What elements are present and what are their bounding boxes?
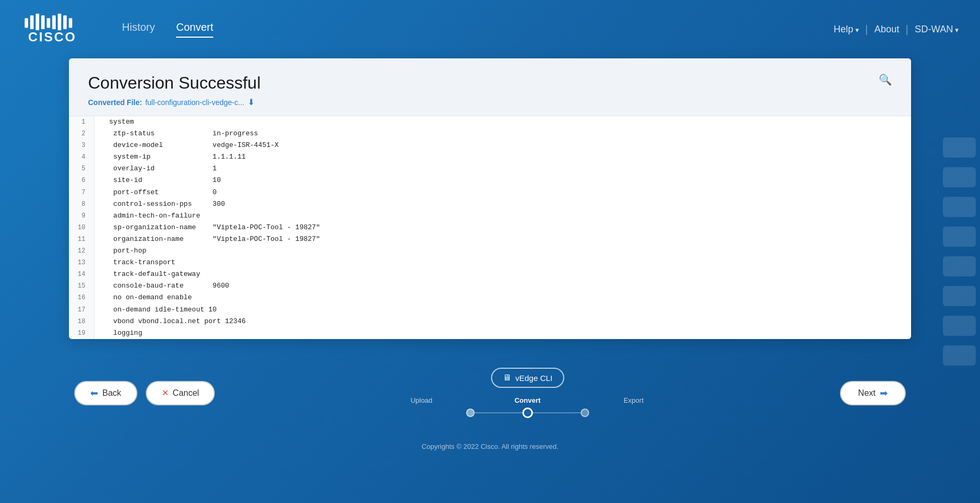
card-header: Conversion Successful Converted File: fu… [69, 58, 911, 116]
line-number: 17 [69, 304, 94, 316]
step-line-1 [475, 412, 522, 413]
cancel-button[interactable]: ✕ Cancel [146, 381, 215, 405]
svg-rect-2 [36, 14, 39, 30]
line-content: system-ip 1.1.1.11 [94, 151, 246, 163]
line-number: 12 [69, 245, 94, 257]
converted-file-row: Converted File: full-configuration-cli-v… [88, 97, 260, 107]
next-button[interactable]: Next ➡ [840, 381, 906, 405]
deco-bar-7 [943, 316, 976, 336]
deco-bar-4 [943, 227, 976, 247]
nav: History Convert [122, 21, 834, 38]
line-number: 9 [69, 210, 94, 222]
main-card: Conversion Successful Converted File: fu… [69, 58, 911, 339]
nav-divider-2: | [906, 23, 908, 36]
nav-history[interactable]: History [122, 21, 155, 38]
back-label: Back [102, 388, 121, 398]
code-area: 1 system2 ztp-status in-progress3 device… [69, 116, 911, 339]
code-line: 15 console-baud-rate 9600 [69, 280, 911, 292]
code-line: 1 system [69, 116, 911, 128]
svg-rect-8 [69, 18, 73, 28]
code-line: 5 overlay-id 1 [69, 163, 911, 175]
next-label: Next [858, 388, 876, 398]
line-content: logging [94, 327, 142, 339]
line-number: 13 [69, 257, 94, 268]
download-icon[interactable]: ⬇ [248, 97, 255, 107]
step-dot-upload [466, 409, 475, 417]
line-number: 11 [69, 233, 94, 245]
line-content: overlay-id 1 [94, 163, 217, 175]
svg-rect-7 [63, 15, 67, 29]
code-line: 11 organization-name "Viptela-POC-Tool -… [69, 233, 911, 245]
line-content: control-session-pps 300 [94, 198, 225, 210]
line-content: system [94, 116, 134, 128]
next-icon: ➡ [880, 387, 888, 399]
line-number: 6 [69, 175, 94, 186]
nav-right: Help | About | SD-WAN [834, 23, 959, 36]
source-pill-icon: 🖥 [503, 373, 511, 383]
deco-bar-1 [943, 137, 976, 158]
back-icon: ⬅ [90, 387, 98, 399]
nav-about[interactable]: About [874, 24, 899, 35]
header: CISCO History Convert Help | About | SD-… [0, 0, 980, 58]
code-line: 6 site-id 10 [69, 175, 911, 186]
line-number: 15 [69, 280, 94, 292]
nav-convert[interactable]: Convert [176, 21, 213, 38]
logo-area: CISCO [21, 11, 90, 47]
back-button[interactable]: ⬅ Back [74, 381, 137, 405]
code-line: 4 system-ip 1.1.1.11 [69, 151, 911, 163]
line-content: no on-demand enable [94, 292, 192, 303]
line-number: 10 [69, 222, 94, 233]
svg-rect-5 [52, 15, 56, 29]
code-line: 17 on-demand idle-timeout 10 [69, 304, 911, 316]
code-line: 8 control-session-pps 300 [69, 198, 911, 210]
converted-file-name: full-configuration-cli-vedge-c... [145, 98, 244, 107]
deco-bar-6 [943, 286, 976, 306]
line-number: 5 [69, 163, 94, 175]
code-line: 13 track-transport [69, 257, 911, 268]
line-number: 4 [69, 151, 94, 163]
line-number: 14 [69, 268, 94, 280]
step-labels-row: Upload Convert Export [392, 396, 663, 404]
line-content: site-id 10 [94, 175, 221, 186]
step-label-export: Export [605, 396, 663, 404]
line-content: track-transport [94, 257, 176, 268]
line-content: admin-tech-on-failure [94, 210, 200, 222]
deco-bar-5 [943, 256, 976, 276]
line-number: 1 [69, 116, 94, 128]
step-label-convert: Convert [498, 396, 557, 404]
code-line: 7 port-offset 0 [69, 187, 911, 198]
source-pill-label: vEdge CLI [515, 374, 553, 383]
line-content: port-offset 0 [94, 187, 217, 198]
copyright: Copyrights © 2022 Cisco. All rights rese… [0, 434, 980, 456]
step-label-upload: Upload [392, 396, 451, 404]
code-line: 14 track-default-gateway [69, 268, 911, 280]
line-content: console-baud-rate 9600 [94, 280, 229, 292]
line-number: 19 [69, 327, 94, 339]
deco-bar-2 [943, 167, 976, 187]
source-pill: 🖥 vEdge CLI [491, 368, 564, 388]
step-line-2 [533, 412, 581, 413]
code-line: 10 sp-organization-name "Viptela-POC-Too… [69, 222, 911, 233]
steps-wrapper: 🖥 vEdge CLI Upload Convert Export [392, 368, 663, 418]
step-dot-export [581, 409, 589, 417]
line-content: device-model vedge-ISR-4451-X [94, 140, 279, 151]
line-number: 7 [69, 187, 94, 198]
code-line: 9 admin-tech-on-failure [69, 210, 911, 222]
card-title-area: Conversion Successful Converted File: fu… [88, 73, 260, 107]
search-icon[interactable]: 🔍 [879, 73, 892, 86]
code-line: 3 device-model vedge-ISR-4451-X [69, 140, 911, 151]
svg-rect-4 [47, 18, 50, 28]
converted-file-label: Converted File: [88, 98, 142, 107]
svg-rect-6 [58, 14, 62, 30]
svg-rect-3 [41, 15, 45, 29]
line-content: ztp-status in-progress [94, 128, 258, 140]
step-dots-row [466, 407, 589, 418]
line-content: track-default-gateway [94, 268, 200, 280]
code-line: 16 no on-demand enable [69, 292, 911, 303]
left-buttons: ⬅ Back ✕ Cancel [74, 381, 215, 405]
nav-help[interactable]: Help [834, 24, 859, 35]
nav-sdwan[interactable]: SD-WAN [915, 24, 959, 35]
cancel-label: Cancel [173, 388, 199, 398]
line-number: 8 [69, 198, 94, 210]
line-content: organization-name "Viptela-POC-Tool - 19… [94, 233, 320, 245]
